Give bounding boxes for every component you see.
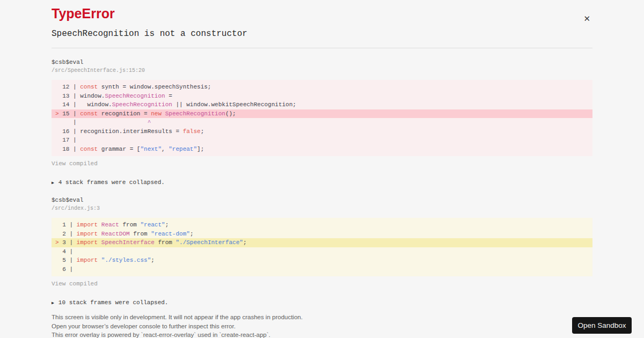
- footer-note: This screen is visible only in developme…: [52, 313, 592, 338]
- chevron-right-icon: ▶: [52, 299, 54, 306]
- error-overlay: ✕ TypeError SpeechRecognition is not a c…: [0, 7, 644, 338]
- open-sandbox-button[interactable]: Open Sandbox: [572, 317, 632, 334]
- view-compiled-link[interactable]: View compiled: [52, 160, 98, 167]
- error-message: SpeechRecognition is not a constructor: [52, 30, 592, 39]
- collapsed-frames-label: 10 stack frames were collapsed.: [58, 299, 169, 306]
- collapsed-frames-label: 4 stack frames were collapsed.: [58, 179, 165, 186]
- divider: [52, 48, 592, 48]
- stack-frame-2: $csb$eval /src/index.js:3 1 | import Rea…: [52, 197, 592, 288]
- stack-frame-1: $csb$eval /src/SpeechInterface.js:15:20 …: [52, 59, 592, 167]
- code-frame: 12 | const synth = window.speechSynthesi…: [52, 80, 592, 156]
- close-icon[interactable]: ✕: [583, 14, 590, 23]
- frame-function-name: $csb$eval: [52, 59, 592, 65]
- chevron-right-icon: ▶: [52, 179, 54, 186]
- error-title: TypeError: [52, 7, 592, 20]
- collapsed-frames-toggle-2[interactable]: ▶ 10 stack frames were collapsed.: [52, 299, 592, 306]
- frame-function-name: $csb$eval: [52, 197, 592, 203]
- frame-file-location: /src/SpeechInterface.js:15:20: [52, 68, 592, 74]
- view-compiled-link[interactable]: View compiled: [52, 281, 98, 287]
- code-frame: 1 | import React from "react"; 2 | impor…: [52, 218, 592, 276]
- collapsed-frames-toggle-1[interactable]: ▶ 4 stack frames were collapsed.: [52, 179, 592, 186]
- footer-line-2: Open your browser’s developer console to…: [52, 322, 592, 331]
- frame-file-location: /src/index.js:3: [52, 205, 592, 211]
- footer-line-1: This screen is visible only in developme…: [52, 313, 592, 322]
- footer-line-3: This error overlay is powered by `react-…: [52, 330, 592, 338]
